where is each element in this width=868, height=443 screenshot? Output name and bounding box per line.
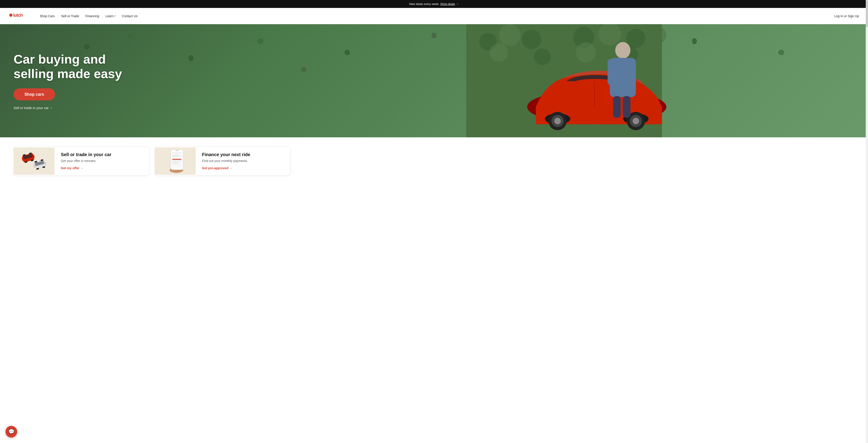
sell-trade-cars-svg bbox=[17, 150, 51, 172]
hero-title-line2: selling made easy bbox=[13, 66, 122, 81]
header: lutch Shop Cars Sell or Trade Financing … bbox=[0, 8, 868, 24]
svg-point-25 bbox=[615, 42, 630, 59]
svg-point-24 bbox=[633, 118, 639, 124]
finance-card: Finance your next ride Find out your mon… bbox=[155, 146, 290, 176]
sell-trade-card-desc: Get your offer in minutes. bbox=[61, 159, 111, 163]
svg-rect-57 bbox=[172, 159, 181, 160]
header-left: lutch Shop Cars Sell or Trade Financing … bbox=[9, 11, 137, 20]
hero-section: Car buying and selling made easy Shop ca… bbox=[0, 24, 868, 137]
svg-rect-56 bbox=[172, 157, 177, 158]
banner-link[interactable]: Shop deals bbox=[440, 2, 455, 6]
hero-car-svg bbox=[260, 24, 868, 137]
finance-card-link[interactable]: Get pre-approved → bbox=[202, 166, 250, 170]
sell-trade-card-body: Sell or trade in your car Get your offer… bbox=[55, 147, 118, 175]
sell-trade-card-title: Sell or trade in your car bbox=[61, 152, 111, 157]
svg-rect-60 bbox=[172, 164, 180, 165]
nav-sell-or-trade[interactable]: Sell or Trade bbox=[61, 14, 79, 18]
finance-card-desc: Find out your monthly payments. bbox=[202, 159, 250, 163]
svg-rect-27 bbox=[608, 59, 614, 85]
svg-point-4 bbox=[499, 24, 521, 46]
svg-point-21 bbox=[554, 118, 561, 124]
sell-trade-card: Sell or trade in your car Get your offer… bbox=[13, 146, 149, 176]
sell-trade-card-image bbox=[14, 148, 55, 175]
finance-card-title: Finance your next ride bbox=[202, 152, 250, 157]
svg-rect-58 bbox=[172, 161, 181, 161]
svg-rect-59 bbox=[172, 162, 179, 163]
svg-rect-61 bbox=[176, 150, 179, 151]
nav-learn-label: Learn bbox=[105, 14, 114, 18]
svg-rect-28 bbox=[627, 59, 634, 87]
svg-rect-55 bbox=[172, 156, 180, 156]
svg-point-12 bbox=[534, 49, 551, 65]
nav-financing[interactable]: Financing bbox=[86, 14, 99, 18]
svg-point-10 bbox=[649, 27, 666, 44]
svg-rect-30 bbox=[623, 96, 630, 118]
svg-rect-29 bbox=[613, 96, 621, 118]
svg-point-5 bbox=[522, 30, 541, 49]
auth-link[interactable]: Log In or Sign Up bbox=[834, 14, 859, 18]
hero-title: Car buying and selling made easy bbox=[13, 52, 122, 81]
shop-cars-button[interactable]: Shop cars bbox=[13, 88, 55, 100]
finance-card-image bbox=[155, 148, 196, 175]
chevron-down-icon: ▾ bbox=[115, 15, 116, 17]
top-banner: New deals every week. Shop deals → bbox=[0, 0, 868, 8]
finance-card-body: Finance your next ride Find out your mon… bbox=[196, 147, 256, 175]
cards-section: Sell or trade in your car Get your offer… bbox=[0, 137, 868, 185]
scrollbar-thumb[interactable] bbox=[866, 0, 868, 27]
svg-rect-54 bbox=[172, 154, 179, 155]
svg-point-0 bbox=[9, 13, 12, 17]
banner-arrow: → bbox=[456, 2, 459, 6]
logo[interactable]: lutch bbox=[9, 11, 32, 20]
main-nav: Shop Cars Sell or Trade Financing Learn … bbox=[40, 14, 137, 18]
hero-title-line1: Car buying and bbox=[13, 52, 106, 66]
svg-text:lutch: lutch bbox=[13, 13, 23, 18]
svg-point-9 bbox=[626, 29, 646, 48]
scrollbar[interactable] bbox=[866, 0, 868, 185]
nav-contact-us[interactable]: Contact Us bbox=[122, 14, 137, 18]
hero-car-image bbox=[260, 24, 868, 137]
svg-point-13 bbox=[576, 42, 596, 62]
finance-phone-svg bbox=[158, 148, 192, 175]
sell-trade-card-link[interactable]: Get my offer → bbox=[61, 166, 111, 170]
hero-content: Car buying and selling made easy Shop ca… bbox=[13, 52, 122, 110]
nav-shop-cars[interactable]: Shop Cars bbox=[40, 14, 55, 18]
logo-svg: lutch bbox=[9, 11, 32, 19]
banner-text: New deals every week. bbox=[409, 2, 440, 6]
sell-trade-hero-link[interactable]: Sell or trade in your car → bbox=[13, 106, 122, 110]
svg-point-11 bbox=[490, 43, 508, 62]
svg-rect-31 bbox=[17, 150, 51, 172]
svg-rect-53 bbox=[172, 152, 181, 153]
nav-learn[interactable]: Learn ▾ bbox=[105, 14, 116, 18]
